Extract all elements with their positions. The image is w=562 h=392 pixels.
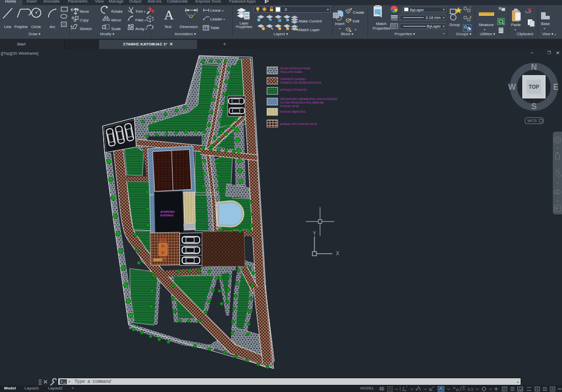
svg-text:TOP: TOP bbox=[529, 84, 540, 90]
svg-text:ΛΕΥΚΗ ΚΡΟΚΑΛΑ ΠΑΝΩ: ΛΕΥΚΗ ΚΡΟΚΑΛΑ ΠΑΝΩ bbox=[280, 67, 310, 70]
svg-text:Y: Y bbox=[313, 231, 316, 236]
svg-text:1:1: 1:1 bbox=[468, 387, 474, 391]
svg-text:N: N bbox=[531, 63, 537, 71]
svg-text:ΔΥΟΡΟΦΗ: ΔΥΟΡΟΦΗ bbox=[160, 210, 175, 213]
svg-text:ΠΑΝΩ ΑΠΟ ΧΩΜΑ: ΠΑΝΩ ΑΠΟ ΧΩΜΑ bbox=[280, 70, 302, 74]
svg-text:X: X bbox=[336, 251, 339, 256]
svg-text:S: S bbox=[531, 102, 537, 111]
svg-text:ΚΑΤΟΙΚΙΑ: ΚΑΤΟΙΚΙΑ bbox=[160, 214, 174, 217]
svg-text:ΠΛΑΚΑΚΙ ΒΕΡΑΝΤΑΣ: ΠΛΑΚΑΚΙ ΒΕΡΑΝΤΑΣ bbox=[280, 110, 306, 113]
svg-text:W: W bbox=[508, 83, 516, 91]
svg-text:ΓΙΑ ΤΗΝ ΠΡΟΣΤΑΣΙΑ ΑΠΟ ΝΕΡΑ ΜΕ: ΓΙΑ ΤΗΝ ΠΡΟΣΤΑΣΙΑ ΑΠΟ ΝΕΡΑ ΜΕ bbox=[280, 101, 324, 104]
svg-text:ΔΑΠΕΔΟ ΑΠΟ ΠΛΑΚΑΚΙ 40*40: ΔΑΠΕΔΟ ΑΠΟ ΠΛΑΚΑΚΙ 40*40 bbox=[280, 122, 317, 126]
svg-text:ΠΕΖΟΔΡΟΜΙΟ ΠΕΡΙΜΕΤΡΙΚΑ ΤΩΝ ΚΑΤ: ΠΕΖΟΔΡΟΜΙΟ ΠΕΡΙΜΕΤΡΙΚΑ ΤΩΝ ΚΑΤΟΙΚΙΩΝ bbox=[280, 97, 337, 101]
svg-text:ΣΤΑΜΠΩΤΟ ΔΑΠΕΔΟ: ΣΤΑΜΠΩΤΟ ΔΑΠΕΔΟ bbox=[280, 78, 306, 81]
svg-text:E: E bbox=[553, 83, 559, 91]
svg-text:ΑΓΡΙΑΔΑ ΟΥΓΚΑΝΤΑΣ: ΑΓΡΙΑΔΑ ΟΥΓΚΑΝΤΑΣ bbox=[280, 88, 307, 91]
svg-text:ΤΣΙΜΕΝΤΟ ΣΕ ΧΡΩΜΑ ΕΠΙΛΟΓΗΣ: ΤΣΙΜΕΝΤΟ ΣΕ ΧΡΩΜΑ ΕΠΙΛΟΓΗΣ bbox=[280, 81, 322, 84]
svg-text:ΠΛΑΚΑΚΙ 30*30: ΠΛΑΚΑΚΙ 30*30 bbox=[280, 105, 299, 108]
svg-text:A: A bbox=[164, 8, 174, 22]
